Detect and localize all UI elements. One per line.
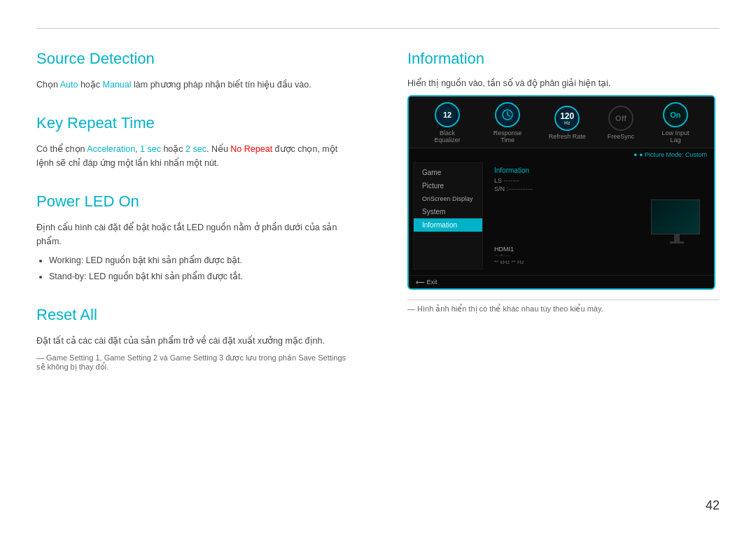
gauge-label-response: Response Time [489,129,527,143]
power-led-bullets: Working: LED nguồn bật khi sản phẩm được… [36,254,351,283]
gauge-black-eq: 12 Black Equalizer [428,102,467,143]
hdmi-info: HDMI1 ····*····· ** kHz ** Hz [494,246,703,265]
gauge-label-refresh: Refresh Rate [549,133,586,140]
highlight-gamesetting2: Game Setting 2 [104,353,158,362]
power-led-on-section: Power LED On Định cấu hình cài đặt để bậ… [36,192,351,283]
key-repeat-time-body: Có thể chọn Acceleration, 1 sec hoặc 2 s… [36,142,351,170]
gauge-value-input-lag: On [670,111,680,119]
exit-arrow-icon: ⟵ [416,279,425,286]
highlight-2sec: 2 sec [186,144,206,154]
highlight-norepeat: No Repeat [230,144,272,154]
page-container: Source Detection Chọn Auto hoặc Manual l… [0,0,756,534]
gauge-low-input-lag: On Low Input Lag [656,102,694,143]
source-detection-section: Source Detection Chọn Auto hoặc Manual l… [36,50,351,92]
information-intro: Hiển thị nguồn vào, tần số và độ phân gi… [407,78,720,88]
hdmi-dots: ····*····· [494,253,703,259]
gauge-value-black-eq: 12 [443,111,451,119]
menu-item-system: System [414,205,482,218]
gauge-value-refresh: 120 [560,112,574,120]
gauge-label-input-lag: Low Input Lag [656,129,694,143]
monitor-stand [674,234,680,241]
reset-all-body: Đặt tất cả các cài đặt của sản phẩm trở … [36,334,351,348]
menu-sidebar: Game Picture OnScreen Display System Inf… [413,162,483,269]
key-repeat-time-title: Key Repeat Time [36,114,351,132]
gauge-label-black-eq: Black Equalizer [428,129,467,143]
highlight-auto: Auto [60,80,78,90]
page-number: 42 [706,498,720,513]
highlight-gamesetting3: Game Setting 3 [170,353,223,362]
info-area-title: Information [494,167,703,174]
highlight-1sec: 1 sec [140,144,161,154]
highlight-manual: Manual [103,80,132,90]
gauge-response-time: Response Time [489,102,527,143]
monitor-footnote: ― Hình ảnh hiển thị có thể khác nhau tùy… [407,304,720,314]
source-detection-body: Chọn Auto hoặc Manual làm phương pháp nh… [36,78,351,92]
highlight-savesettings: Save Settings [298,353,346,362]
power-led-on-title: Power LED On [36,192,351,211]
gauge-circle-black-eq: 12 [435,102,460,127]
gauge-circle-refresh: 120 Hz [554,106,580,131]
monitor-thumb-wrapper [494,197,703,234]
source-detection-title: Source Detection [36,50,351,68]
info-sn-line: S/N :·············· [494,185,703,192]
menu-item-game: Game [414,166,482,179]
monitor-picture-mode: ● ● Picture Mode: Custom [409,148,714,160]
monitor-graphic: 12 Black Equalizer Response Time [407,95,715,290]
gauge-circle-freesync: Off [608,106,634,131]
monitor-bottom-divider [407,300,720,300]
response-time-icon [501,108,514,121]
bullet-working: Working: LED nguồn bật khi sản phẩm được… [49,254,351,267]
menu-item-picture: Picture [414,179,482,192]
highlight-gamesetting1: Game Setting 1 [46,353,99,362]
monitor-screen [652,200,699,234]
highlight-acceleration: Acceleration [87,144,135,154]
menu-item-osd: OnScreen Display [414,192,482,205]
picture-mode-text: ● Picture Mode: Custom [639,151,707,158]
monitor-display-thumb [651,199,700,234]
power-led-on-body: Định cấu hình cài đặt để bật hoặc tắt LE… [36,220,351,248]
gauge-freesync: Off FreeSync [608,106,635,140]
gauge-hz-refresh: Hz [564,120,570,125]
gauge-circle-response [495,102,520,127]
monitor-thumb-container [651,197,703,234]
gauge-label-freesync: FreeSync [608,133,635,140]
key-repeat-time-section: Key Repeat Time Có thể chọn Acceleration… [36,114,351,170]
highlight-working: Working [49,255,81,265]
menu-info-area: Information LS ········· S/N :··········… [487,162,710,269]
top-divider [36,28,720,29]
information-title: Information [407,50,720,68]
monitor-exit: ⟵ Exit [409,275,714,288]
reset-all-title: Reset All [36,306,351,324]
gauge-value-freesync: Off [615,114,626,122]
gauge-refresh-rate: 120 Hz Refresh Rate [549,106,586,140]
gauge-circle-input-lag: On [663,102,688,127]
monitor-base [670,241,684,244]
bullet-standby: Stand-by: LED nguồn bật khi sản phẩm đượ… [49,270,351,283]
left-column: Source Detection Chọn Auto hoặc Manual l… [36,50,379,506]
exit-label: Exit [427,279,438,286]
reset-all-section: Reset All Đặt tất cả các cài đặt của sản… [36,306,351,372]
right-column: Information Hiển thị nguồn vào, tần số v… [379,50,720,506]
reset-all-footnote: ― Game Setting 1, Game Setting 2 và Game… [36,353,351,372]
hdmi-label: HDMI1 [494,246,703,253]
main-content: Source Detection Chọn Auto hoặc Manual l… [36,50,720,506]
picture-mode-dot: ● [634,151,637,158]
monitor-top-bar: 12 Black Equalizer Response Time [409,97,714,148]
highlight-standby: Stand-by [49,272,84,281]
menu-item-information: Information [414,218,482,232]
info-ls-line: LS ········· [494,177,703,184]
monitor-menu-area: Game Picture OnScreen Display System Inf… [409,160,714,274]
khz-hz: ** kHz ** Hz [494,259,703,265]
